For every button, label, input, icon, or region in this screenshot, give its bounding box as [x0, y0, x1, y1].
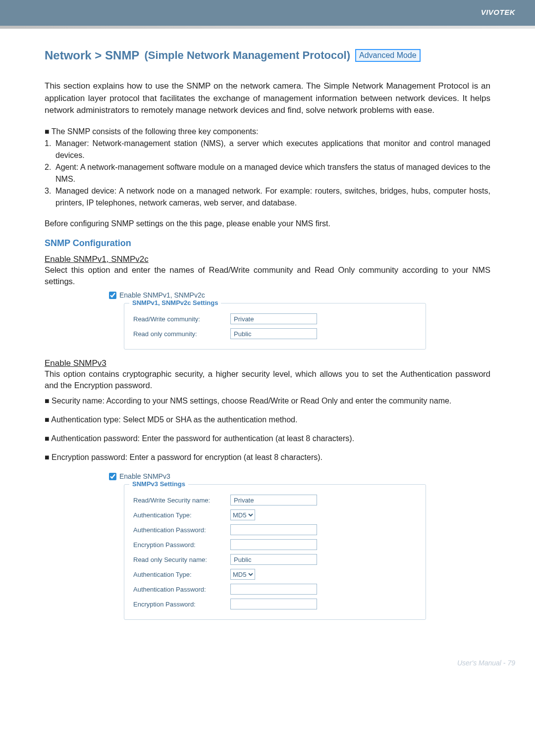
auth-type-select-1[interactable]: MD5	[230, 509, 255, 520]
page-title-main: Network > SNMP	[45, 49, 139, 62]
v3-bullet-enc-password: ■ Encryption password: Enter a password …	[45, 452, 490, 463]
auth-type-label-2: Authentication Type:	[133, 571, 222, 578]
v1v2c-fieldset: SNMPv1, SNMPv2c Settings Read/Write comm…	[124, 303, 426, 350]
enc-password-input-1[interactable]	[230, 539, 317, 550]
intro-paragraph: This section explains how to use the SNM…	[45, 80, 490, 117]
v1v2c-desc: Select this option and enter the names o…	[45, 264, 490, 287]
page-title-sub: (Simple Network Management Protocol)	[144, 49, 350, 62]
auth-type-label-1: Authentication Type:	[133, 511, 222, 519]
component-item-3: 3. Managed device: A network node on a m…	[45, 185, 490, 209]
enc-password-input-2[interactable]	[230, 599, 317, 609]
enable-v3-checkbox-label: Enable SNMPv3	[119, 472, 170, 480]
section-head-snmp-config: SNMP Configuration	[45, 238, 490, 249]
enable-v1v2c-checkbox[interactable]	[109, 292, 116, 299]
enable-v1v2c-checkbox-label: Enable SNMPv1, SNMPv2c	[119, 291, 205, 299]
enc-password-label-2: Encryption Password:	[133, 601, 222, 608]
ro-community-input[interactable]	[230, 328, 317, 339]
auth-type-select-2[interactable]: MD5	[230, 569, 255, 580]
ro-security-name-input[interactable]	[230, 554, 317, 565]
footer: User's Manual - 79	[0, 649, 535, 677]
components-list: ■ The SNMP consists of the following thr…	[45, 126, 490, 209]
component-item-2: 2. Agent: A network-management software …	[45, 161, 490, 185]
v3-desc: This option contains cryptographic secur…	[45, 368, 490, 391]
advanced-mode-badge: Advanced Mode	[355, 49, 421, 62]
ro-community-label: Read only community:	[133, 330, 222, 338]
enable-v1v2c-link: Enable SNMPv1, SNMPv2c	[45, 254, 490, 264]
v3-bullet-auth-type: ■ Authentication type: Select MD5 or SHA…	[45, 414, 490, 426]
rw-community-input[interactable]	[230, 313, 317, 324]
enable-v3-checkbox[interactable]	[109, 473, 116, 480]
auth-password-input-1[interactable]	[230, 524, 317, 535]
enable-v3-link: Enable SNMPv3	[45, 358, 490, 368]
rw-security-name-label: Read/Write Security name:	[133, 497, 222, 504]
rw-community-label: Read/Write community:	[133, 315, 222, 323]
header-divider	[0, 26, 535, 29]
auth-password-input-2[interactable]	[230, 584, 317, 595]
before-note: Before configuring SNMP settings on the …	[45, 218, 490, 229]
v3-bullet-security-name: ■ Security name: According to your NMS s…	[45, 395, 490, 407]
enc-password-label-1: Encryption Password:	[133, 541, 222, 549]
rw-security-name-input[interactable]	[230, 495, 317, 505]
v3-fieldset: SNMPv3 Settings Read/Write Security name…	[124, 484, 426, 620]
v1v2c-legend: SNMPv1, SNMPv2c Settings	[129, 299, 221, 306]
auth-password-label-1: Authentication Password:	[133, 526, 222, 534]
v3-legend: SNMPv3 Settings	[129, 480, 188, 488]
brand-logo: VIVOTEK	[481, 8, 515, 16]
v3-bullet-auth-password: ■ Authentication password: Enter the pas…	[45, 433, 490, 445]
v3-bullets: ■ Security name: According to your NMS s…	[45, 395, 490, 463]
header-bar: VIVOTEK	[0, 0, 535, 26]
footer-text: User's Manual - 79	[457, 659, 515, 667]
component-item-1: 1. Manager: Network-management station (…	[45, 138, 490, 161]
ro-security-name-label: Read only Security name:	[133, 556, 222, 563]
components-intro: ■ The SNMP consists of the following thr…	[45, 126, 490, 138]
auth-password-label-2: Authentication Password:	[133, 586, 222, 593]
